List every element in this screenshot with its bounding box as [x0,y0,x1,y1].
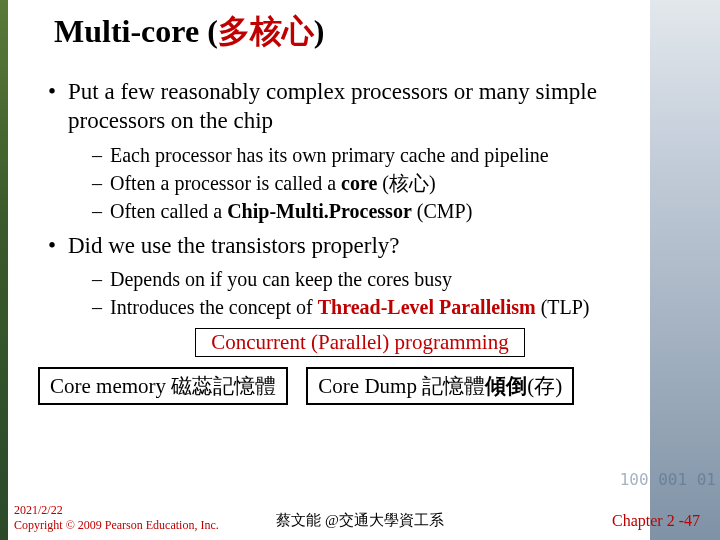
slide-title: Multi-core (多核心) [54,10,690,54]
bullet-1-text: Put a few reasonably complex processors … [68,79,597,133]
title-suffix: ) [314,13,325,49]
bullet-1: Put a few reasonably complex processors … [44,78,690,224]
core-dump-prefix: Core Dump 記憶體 [318,374,485,398]
sub-1-1: Each processor has its own primary cache… [90,142,690,168]
bullet-2-subs: Depends on if you can keep the cores bus… [90,266,690,320]
sub-2-1: Depends on if you can keep the cores bus… [90,266,690,292]
bullet-2-text: Did we use the transistors properly? [68,233,400,258]
sub-1-3: Often called a Chip-Multi.Processor (CMP… [90,198,690,224]
bullet-list: Put a few reasonably complex processors … [44,78,690,320]
slide-content: Multi-core (多核心) Put a few reasonably co… [0,0,720,405]
core-memory-box: Core memory 磁蕊記憶體 [38,367,288,405]
bg-numbers: 100 001 01 [620,470,716,490]
sub-1-2: Often a processor is called a core (核心) [90,170,690,196]
bullet-2: Did we use the transistors properly? Dep… [44,232,690,321]
boxes-row: Core memory 磁蕊記憶體 Core Dump 記憶體傾倒(存) [38,367,682,405]
core-dump-bold: 傾倒 [485,374,527,398]
concurrent-box: Concurrent (Parallel) programming [195,328,525,357]
title-zh: 多核心 [218,13,314,49]
title-prefix: Multi-core ( [54,13,218,49]
bullet-1-subs: Each processor has its own primary cache… [90,142,690,224]
core-dump-suffix: (存) [527,374,562,398]
core-dump-box: Core Dump 記憶體傾倒(存) [306,367,574,405]
sub-2-2: Introduces the concept of Thread-Level P… [90,294,690,320]
footer-right: Chapter 2 -47 [612,512,700,530]
